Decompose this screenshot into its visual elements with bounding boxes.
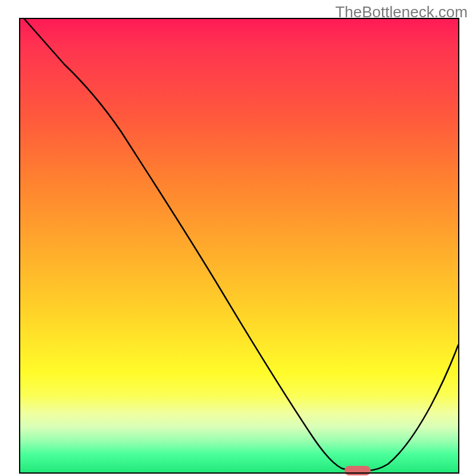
- chart-border-leftbottom: [19, 19, 459, 474]
- chart-container: TheBottleneck.com: [0, 0, 476, 476]
- watermark-text: TheBottleneck.com: [335, 3, 468, 21]
